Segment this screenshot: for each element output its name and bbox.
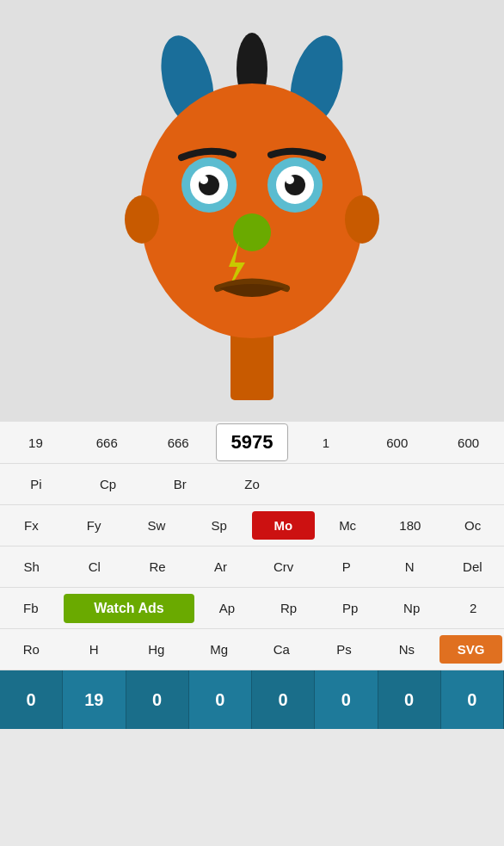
cell-sp: Sp	[187, 511, 250, 540]
cell-600-2: 600	[433, 429, 504, 457]
watch-ads-button[interactable]: Watch Ads	[64, 594, 195, 623]
cell-pi: Pi	[0, 470, 72, 498]
cell-br: Br	[144, 470, 216, 498]
bottom-bar: 0 19 0 0 0 0 0 0	[0, 670, 504, 729]
character-illustration	[106, 13, 398, 409]
grid-row-5: Fb Watch Ads Ap Rp Pp Np 2	[0, 588, 504, 629]
svg-point-4	[140, 83, 364, 338]
cell-ro: Ro	[0, 635, 63, 664]
cell-hg: Hg	[126, 635, 188, 664]
grid-row-2: Pi Cp Br Zo	[0, 464, 504, 505]
grid-row-3: Fx Fy Sw Sp Mo Mc 180 Oc	[0, 505, 504, 547]
cell-2: 2	[442, 594, 504, 622]
bottom-cell-0: 0	[0, 670, 63, 729]
cell-crv: Crv	[252, 553, 315, 581]
cell-666-2: 666	[143, 429, 214, 457]
cell-ca: Ca	[250, 635, 313, 664]
cell-np: Np	[381, 594, 443, 622]
cell-empty-2	[360, 478, 433, 491]
cell-180: 180	[379, 511, 442, 540]
cell-cl: Cl	[63, 553, 126, 581]
bottom-cell-4: 0	[252, 670, 315, 729]
cell-pp: Pp	[319, 594, 381, 622]
grid-row-6: Ro H Hg Mg Ca Ps Ns SVG	[0, 629, 504, 670]
score-display: 5975	[216, 423, 289, 461]
grid-area: 19 666 666 5975 1 600 600 Pi Cp Br Zo Fx…	[0, 422, 504, 670]
cell-fb: Fb	[0, 594, 62, 622]
cell-p: P	[315, 553, 378, 581]
cell-ns: Ns	[376, 635, 439, 664]
cell-sw: Sw	[126, 511, 188, 540]
svg-point-15	[233, 213, 271, 251]
svg-point-5	[125, 195, 159, 244]
cell-oc: Oc	[441, 511, 504, 540]
svg-button[interactable]: SVG	[439, 635, 502, 664]
cell-mc: Mc	[317, 511, 379, 540]
cell-ps: Ps	[313, 635, 376, 664]
svg-point-6	[345, 195, 379, 244]
cell-ar: Ar	[189, 553, 252, 581]
svg-rect-0	[230, 331, 274, 400]
svg-point-10	[200, 176, 208, 184]
svg-point-14	[286, 176, 294, 184]
bottom-cell-5: 0	[315, 670, 378, 729]
cell-1: 1	[290, 429, 361, 457]
bottom-cell-1: 19	[63, 670, 126, 729]
grid-row-4: Sh Cl Re Ar Crv P N Del	[0, 547, 504, 588]
cell-n: N	[378, 553, 441, 581]
cell-600-1: 600	[361, 429, 433, 457]
cell-del: Del	[441, 553, 504, 581]
cell-666-1: 666	[71, 429, 143, 457]
cell-empty-1	[288, 478, 360, 491]
cell-empty-3	[432, 478, 504, 491]
cell-19: 19	[0, 429, 71, 457]
bottom-cell-7: 0	[441, 670, 504, 729]
character-area	[0, 0, 504, 422]
cell-mo[interactable]: Mo	[252, 511, 315, 540]
cell-cp: Cp	[72, 470, 144, 498]
cell-zo: Zo	[216, 470, 288, 498]
grid-row-1: 19 666 666 5975 1 600 600	[0, 422, 504, 464]
bottom-cell-3: 0	[189, 670, 252, 729]
cell-sh: Sh	[0, 553, 63, 581]
cell-fy: Fy	[63, 511, 126, 540]
cell-re: Re	[126, 553, 189, 581]
bottom-cell-2: 0	[126, 670, 189, 729]
cell-fx: Fx	[0, 511, 63, 540]
cell-h: H	[63, 635, 126, 664]
cell-ap: Ap	[196, 594, 258, 622]
bottom-cell-6: 0	[378, 670, 441, 729]
cell-mg: Mg	[187, 635, 250, 664]
cell-rp: Rp	[258, 594, 320, 622]
